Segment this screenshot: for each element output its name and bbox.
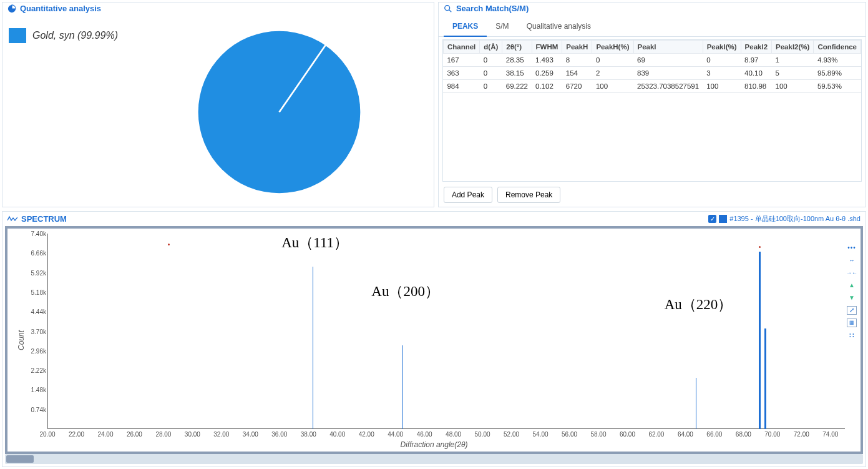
spectrum-panel: SPECTRUM ✓ #1395 - 单晶硅100取向-100nm Au θ-θ…: [2, 211, 866, 467]
cell-PeakI2_pct: 5: [772, 67, 814, 80]
cell-PeakI: 25323.7038527591: [633, 80, 703, 93]
cell-d: 0: [480, 80, 502, 93]
arrow-down-icon[interactable]: ▼: [847, 294, 857, 302]
peak-marker-dot: [168, 244, 170, 245]
table-row[interactable]: 167028.351.493806908.9714.93%: [443, 54, 861, 67]
quant-header: Quantitative analysis: [2, 2, 434, 17]
pie-chart[interactable]: [197, 29, 362, 195]
x-tick: 56.00: [562, 431, 577, 438]
table-row[interactable]: 984069.2220.102672010025323.703852759110…: [443, 80, 861, 93]
cell-PeakH_pct: 100: [592, 80, 633, 93]
cell-d: 0: [480, 67, 502, 80]
x-tick: 36.00: [271, 431, 287, 438]
fullscreen-icon[interactable]: ⤢: [847, 306, 857, 315]
remove-peak-button[interactable]: Remove Peak: [497, 187, 560, 203]
tab-qualitative[interactable]: Qualitative analysis: [518, 17, 600, 36]
col-5[interactable]: PeakH(%): [592, 41, 633, 54]
cell-Confidence: 59.53%: [814, 80, 861, 93]
x-axis-label: Diffraction angle(2θ): [7, 440, 861, 449]
cell-two_theta: 69.222: [502, 80, 532, 93]
col-0[interactable]: Channel: [443, 41, 479, 54]
magnifier-icon: [444, 4, 452, 13]
quantitative-analysis-panel: Quantitative analysis Gold, syn (99.99%): [2, 2, 434, 207]
y-tick: 6.66k: [21, 250, 46, 257]
x-tick: 44.00: [388, 431, 403, 438]
x-tick: 26.00: [127, 431, 142, 438]
cell-PeakI_pct: 0: [703, 54, 741, 67]
cell-Confidence: 95.89%: [814, 67, 861, 80]
col-9[interactable]: PeakI2(%): [772, 41, 814, 54]
cell-PeakI2_pct: 100: [772, 80, 814, 93]
legend-label: Gold, syn (99.99%): [32, 30, 118, 41]
cell-PeakH: 6720: [562, 80, 592, 93]
y-axis: [47, 234, 48, 429]
pie-icon: [7, 4, 16, 13]
peak-marker-dot: [759, 246, 761, 248]
cell-PeakI2: 810.98: [741, 80, 771, 93]
peaks-table-wrap[interactable]: Channeld(Å)2θ(°)FWHMPeakHPeakH(%)PeakIPe…: [442, 39, 862, 182]
tab-sm[interactable]: S/M: [487, 17, 517, 36]
y-tick: 0.74k: [21, 406, 46, 413]
expand-h-icon[interactable]: ↔: [847, 256, 857, 265]
peak-annotation: Au（200）: [371, 282, 439, 301]
cell-two_theta: 38.15: [502, 67, 532, 80]
svg-point-2: [445, 5, 450, 10]
add-peak-button[interactable]: Add Peak: [444, 187, 492, 203]
x-tick: 34.00: [243, 431, 258, 438]
x-tick: 20.00: [39, 431, 55, 438]
x-tick: 40.00: [329, 431, 345, 438]
scrollbar-thumb[interactable]: [6, 455, 34, 463]
cell-PeakH: 154: [562, 67, 592, 80]
x-tick: 28.00: [155, 431, 171, 438]
col-7[interactable]: PeakI(%): [703, 41, 741, 54]
svg-line-3: [449, 9, 452, 12]
y-tick: 1.48k: [21, 387, 46, 393]
spectrum-header: SPECTRUM ✓ #1395 - 单晶硅100取向-100nm Au θ-θ…: [2, 212, 866, 226]
spectrum-title: SPECTRUM: [21, 214, 67, 224]
cell-FWHM: 0.259: [532, 67, 562, 80]
spectrum-plot-area[interactable]: Count Diffraction angle(2θ) ••• ↔ →← ▲ ▼…: [5, 226, 863, 454]
cell-Channel: 984: [443, 80, 479, 93]
x-tick: 52.00: [504, 431, 519, 438]
cell-PeakI: 839: [633, 67, 703, 80]
apps-icon[interactable]: ∷: [847, 331, 857, 340]
cell-PeakI2: 8.97: [741, 54, 771, 67]
y-tick: 7.40k: [21, 230, 46, 237]
col-6[interactable]: PeakI: [633, 41, 703, 54]
cell-d: 0: [480, 54, 502, 67]
spectrum-file-label: #1395 - 单晶硅100取向-100nm Au θ-θ .shd: [729, 214, 861, 224]
spectrum-file-toggle[interactable]: ✓ #1395 - 单晶硅100取向-100nm Au θ-θ .shd: [708, 214, 861, 224]
x-tick: 70.00: [764, 431, 780, 438]
x-tick: 38.00: [301, 431, 316, 438]
cell-FWHM: 1.493: [532, 54, 562, 67]
cell-PeakH_pct: 0: [592, 54, 633, 67]
x-tick: 30.00: [185, 431, 200, 438]
col-3[interactable]: FWHM: [532, 41, 562, 54]
x-tick: 54.00: [533, 431, 549, 438]
search-title: Search Match(S/M): [456, 4, 529, 13]
tab-peaks[interactable]: PEAKS: [444, 17, 487, 37]
grid-icon[interactable]: ▦: [847, 318, 857, 327]
y-tick: 5.18k: [21, 289, 46, 295]
spectrum-side-tools: ••• ↔ →← ▲ ▼ ⤢ ▦ ∷: [847, 244, 857, 340]
arrow-up-icon[interactable]: ▲: [847, 281, 857, 290]
col-8[interactable]: PeakI2: [741, 41, 771, 54]
col-10[interactable]: Confidence: [814, 41, 861, 54]
spectrum-hscrollbar[interactable]: [5, 454, 863, 464]
cell-two_theta: 28.35: [502, 54, 532, 67]
table-row[interactable]: 363038.150.2591542839340.10595.89%: [443, 67, 861, 80]
x-tick: 46.00: [417, 431, 432, 438]
quant-legend-item[interactable]: Gold, syn (99.99%): [9, 22, 118, 43]
cell-Confidence: 4.93%: [814, 54, 861, 67]
col-2[interactable]: 2θ(°): [502, 41, 532, 54]
col-1[interactable]: d(Å): [480, 41, 502, 54]
y-tick: 4.44k: [21, 309, 46, 315]
search-match-panel: Search Match(S/M) PEAKS S/M Qualitative …: [438, 2, 866, 207]
col-4[interactable]: PeakH: [562, 41, 592, 54]
cell-PeakI2_pct: 1: [772, 54, 814, 67]
more-icon[interactable]: •••: [847, 244, 857, 252]
cell-Channel: 167: [443, 54, 479, 67]
collapse-h-icon[interactable]: →←: [847, 269, 857, 277]
x-tick: 60.00: [620, 431, 635, 438]
wave-icon: [7, 214, 17, 224]
